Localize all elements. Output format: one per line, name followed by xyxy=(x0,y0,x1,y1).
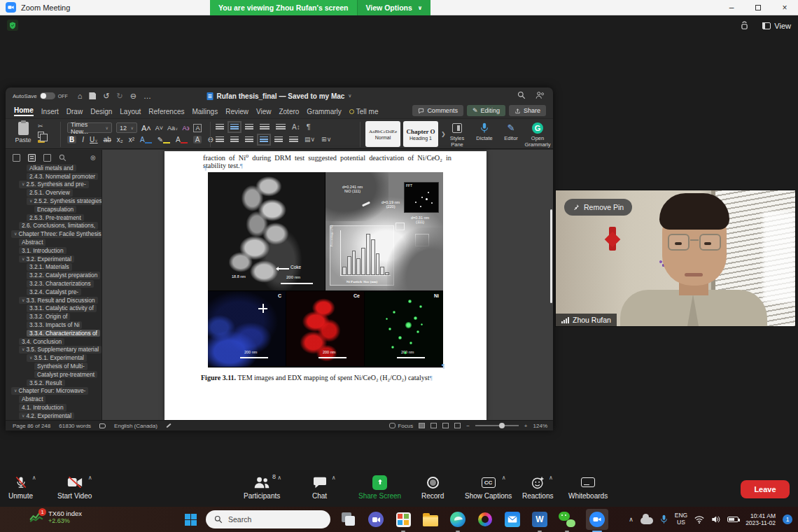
share-presence-icon[interactable] xyxy=(536,90,545,102)
chevron-up-icon[interactable]: ∧ xyxy=(502,475,506,481)
view-options-button[interactable]: View Options ∨ xyxy=(357,0,431,15)
nav-item[interactable]: 3.3.3. Impacts of Ni xyxy=(8,321,99,329)
participant-video[interactable]: Remove Pin Zhou Rufan xyxy=(555,190,796,327)
vertical-scrollbar[interactable] xyxy=(550,209,552,303)
nav-item[interactable]: ∨3.5. Supplementary material xyxy=(8,346,99,354)
nav-item[interactable]: 4.1. Introduction xyxy=(8,404,99,412)
tab-review[interactable]: Review xyxy=(225,108,248,115)
chevron-down-icon[interactable]: ∨ xyxy=(22,181,24,188)
nav-item[interactable]: Synthesis of Multi- xyxy=(8,363,99,370)
style-heading1[interactable]: Chapter O Heading 1 xyxy=(403,121,438,147)
print-layout-view-button[interactable] xyxy=(419,423,425,428)
tab-tell-me[interactable]: Tell me xyxy=(349,108,379,115)
nav-item[interactable]: 2.6. Conclusions, limitations, xyxy=(8,222,99,230)
nav-item[interactable]: 3.2.2. Catalyst preparation xyxy=(8,272,99,279)
unmute-button[interactable]: ∧ Unmute xyxy=(8,475,33,500)
thumbnails-icon[interactable] xyxy=(13,154,20,162)
italic-button[interactable]: I xyxy=(82,136,84,144)
font-name-select[interactable]: Times New...∨ xyxy=(67,122,112,133)
grammarly-button[interactable]: G Open Grammarly xyxy=(524,122,552,148)
style-normal[interactable]: AaBbCcDdEe Normal xyxy=(365,121,400,147)
character-shading-icon[interactable]: A xyxy=(193,136,202,144)
autosave-toggle[interactable]: AutoSave OFF xyxy=(13,92,68,99)
minimize-button[interactable]: – xyxy=(718,0,745,15)
edge-icon[interactable] xyxy=(449,510,467,528)
nav-item[interactable]: ∨Chapter Four: Microwave- xyxy=(8,387,99,395)
focus-mode-button[interactable]: Focus xyxy=(389,423,413,429)
chevron-up-icon[interactable]: ∧ xyxy=(88,475,92,481)
speaker-icon[interactable] xyxy=(711,515,720,524)
close-pane-icon[interactable]: ⊗ xyxy=(90,154,96,162)
nav-item[interactable]: ∨2.5.2. Synthesis strategies xyxy=(8,197,99,205)
nav-item[interactable]: 3.1. Introduction xyxy=(8,246,99,254)
strikethrough-button[interactable]: ab xyxy=(104,136,111,144)
show-paragraph-marks-button[interactable]: ¶ xyxy=(307,122,311,131)
remove-pin-button[interactable]: Remove Pin xyxy=(564,199,632,216)
justify-button[interactable] xyxy=(260,136,268,143)
clock[interactable]: 10:41 AM2023-11-02 xyxy=(746,512,776,526)
nav-item[interactable]: 3.2.1. Materials xyxy=(8,263,99,271)
tray-expand-icon[interactable]: ∧ xyxy=(629,516,634,523)
maximize-button[interactable] xyxy=(745,0,771,15)
wifi-icon[interactable] xyxy=(694,516,704,524)
nav-item[interactable]: 2.5.1. Overview xyxy=(8,189,99,197)
redo-icon[interactable]: ↻ xyxy=(117,92,123,101)
nav-item[interactable]: 3.5.2. Result xyxy=(8,379,99,386)
outline-view-button[interactable] xyxy=(442,423,449,428)
chevron-down-icon[interactable]: ∨ xyxy=(22,255,24,263)
cut-icon[interactable]: ✂ xyxy=(38,122,45,130)
nav-item[interactable]: 3.2.4. Catalyst pre- xyxy=(8,288,99,295)
reactions-button[interactable]: ∧ Reactions xyxy=(522,475,553,500)
editor-button[interactable]: ✎ Editor xyxy=(500,122,522,142)
nav-item[interactable]: ∨3.3. Result and Discussion xyxy=(8,296,99,304)
share-button[interactable]: Share xyxy=(509,105,546,116)
tray-mic-icon[interactable] xyxy=(660,514,668,524)
word-taskbar-icon[interactable]: W xyxy=(531,510,549,528)
weather-widget[interactable]: 1 TX60 index +2.63% xyxy=(29,510,82,524)
nav-item[interactable]: ∨2.5. Synthesis and pre- xyxy=(8,181,99,188)
zoom-slider[interactable] xyxy=(475,425,519,426)
tab-insert[interactable]: Insert xyxy=(41,108,59,115)
increase-indent-button[interactable] xyxy=(276,124,286,130)
record-button[interactable]: Record xyxy=(421,475,444,500)
nav-item[interactable]: ∨4.2. Experimental xyxy=(8,412,99,419)
align-right-button[interactable] xyxy=(245,136,253,143)
more-commands-icon[interactable]: … xyxy=(144,92,151,100)
font-color-icon[interactable]: A xyxy=(176,136,188,144)
share-screen-button[interactable]: Share Screen xyxy=(358,475,401,500)
borders-button[interactable]: ⊞∨ xyxy=(321,136,331,143)
align-center-button[interactable] xyxy=(230,136,239,143)
onedrive-icon[interactable] xyxy=(640,517,653,524)
tab-home[interactable]: Home xyxy=(14,106,34,116)
start-video-button[interactable]: ∧ Start Video xyxy=(57,475,92,500)
superscript-button[interactable]: x² xyxy=(129,136,134,144)
mail-icon[interactable] xyxy=(503,510,522,528)
font-size-select[interactable]: 12∨ xyxy=(116,122,137,133)
search-icon[interactable] xyxy=(59,154,66,162)
chevron-down-icon[interactable]: ∨ xyxy=(14,230,17,238)
results-icon[interactable] xyxy=(43,154,51,162)
chevron-up-icon[interactable]: ∧ xyxy=(277,475,281,481)
nav-item[interactable]: Encapsulation xyxy=(8,205,99,213)
chevron-down-icon[interactable]: ∨ xyxy=(22,412,24,420)
zoom-in-button[interactable]: + xyxy=(524,423,528,429)
tab-mailings[interactable]: Mailings xyxy=(192,108,218,115)
tab-grammarly[interactable]: Grammarly xyxy=(307,108,341,115)
change-case-icon[interactable]: Aa∨ xyxy=(167,125,178,132)
tab-draw[interactable]: Draw xyxy=(66,108,83,115)
nav-item[interactable]: Abstract xyxy=(8,396,99,403)
chevron-down-icon[interactable]: ∨ xyxy=(29,197,32,205)
chevron-up-icon[interactable]: ∧ xyxy=(332,475,336,481)
chevron-down-icon[interactable]: ∨ xyxy=(22,297,24,304)
view-button[interactable]: View xyxy=(762,22,791,30)
enclose-characters-icon[interactable]: A xyxy=(193,124,202,132)
taskbar-search[interactable]: Search xyxy=(206,510,330,528)
phonetic-guide-icon[interactable]: A϶ xyxy=(182,125,189,132)
editing-button[interactable]: ✎ Editing xyxy=(467,105,505,116)
start-button[interactable] xyxy=(185,514,197,526)
subscript-button[interactable]: x₂ xyxy=(117,136,123,144)
notification-center-badge[interactable]: 1 xyxy=(783,514,792,524)
nav-item[interactable]: ∨Chapter Three: Facile Synthesis xyxy=(8,230,99,238)
teams-chat-icon[interactable] xyxy=(367,510,385,528)
dictate-button[interactable]: Dictate xyxy=(472,122,497,142)
